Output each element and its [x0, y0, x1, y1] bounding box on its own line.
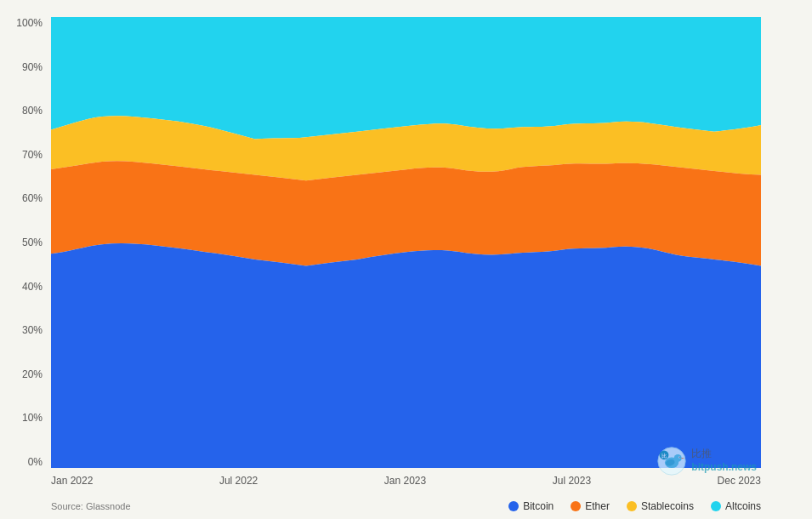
x-label-dec2023: Dec 2023 — [718, 475, 761, 487]
x-label-jan2023: Jan 2023 — [384, 475, 426, 487]
x-label-jul2023: Jul 2023 — [553, 475, 591, 487]
y-label-10: 10% — [22, 412, 43, 424]
area-chart — [51, 17, 761, 468]
svg-point-16 — [679, 457, 680, 458]
y-label-80: 80% — [22, 105, 43, 117]
watermark-text: 比推 bitpush.news — [691, 448, 757, 474]
ether-dot — [571, 501, 581, 511]
y-label-30: 30% — [22, 324, 43, 336]
altcoins-label: Altcoins — [725, 500, 761, 512]
y-label-70: 70% — [22, 149, 43, 161]
y-axis: 100% 90% 80% 70% 60% 50% 40% 30% 20% 10%… — [0, 17, 47, 468]
ether-label: Ether — [585, 500, 610, 512]
watermark: 比 比推 bitpush.news — [656, 446, 757, 476]
y-label-60: 60% — [22, 192, 43, 204]
bitcoin-dot — [508, 501, 519, 511]
y-label-20: 20% — [22, 368, 43, 380]
chart-legend: Bitcoin Ether Stablecoins Altcoins — [508, 500, 761, 512]
altcoins-dot — [711, 501, 721, 511]
stablecoins-dot — [627, 501, 637, 511]
y-label-40: 40% — [22, 281, 43, 293]
legend-bitcoin: Bitcoin — [508, 500, 554, 512]
legend-stablecoins: Stablecoins — [627, 500, 694, 512]
chart-container: 100% 90% 80% 70% 60% 50% 40% 30% 20% 10%… — [0, 0, 812, 519]
watermark-line1: 比推 — [691, 448, 757, 461]
y-label-90: 90% — [22, 61, 43, 73]
svg-text:比: 比 — [662, 453, 667, 459]
stablecoins-label: Stablecoins — [641, 500, 694, 512]
x-label-jul2022: Jul 2022 — [219, 475, 258, 487]
x-label-jan2022: Jan 2022 — [51, 475, 93, 487]
y-label-100: 100% — [16, 17, 43, 29]
source-label: Source: Glassnode — [51, 501, 131, 511]
x-axis: Jan 2022 Jul 2022 Jan 2023 Jul 2023 Dec … — [51, 475, 761, 487]
svg-point-14 — [674, 454, 682, 462]
y-label-50: 50% — [22, 237, 43, 248]
legend-altcoins: Altcoins — [711, 500, 761, 512]
bitcoin-label: Bitcoin — [523, 500, 554, 512]
watermark-bird-icon: 比 — [656, 446, 687, 476]
watermark-line2: bitpush.news — [691, 461, 757, 475]
chart-area — [51, 17, 761, 468]
legend-ether: Ether — [571, 500, 610, 512]
y-label-0: 0% — [28, 456, 43, 468]
chart-footer: Source: Glassnode Bitcoin Ether Stableco… — [51, 500, 761, 512]
bitcoin-area — [51, 243, 761, 468]
